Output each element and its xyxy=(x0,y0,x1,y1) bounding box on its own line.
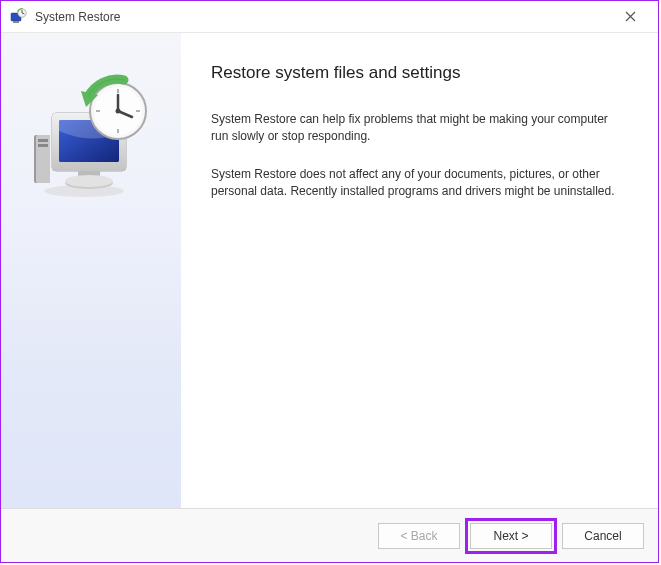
next-button[interactable]: Next > xyxy=(470,523,552,549)
svg-point-24 xyxy=(116,109,121,114)
description-para-2: System Restore does not affect any of yo… xyxy=(211,166,628,201)
window-title: System Restore xyxy=(35,10,610,24)
svg-rect-7 xyxy=(38,139,48,142)
close-button[interactable] xyxy=(610,2,650,32)
svg-rect-6 xyxy=(36,135,50,183)
cancel-button[interactable]: Cancel xyxy=(562,523,644,549)
page-heading: Restore system files and settings xyxy=(211,63,628,83)
wizard-content: Restore system files and settings System… xyxy=(181,33,658,508)
system-restore-window: System Restore xyxy=(0,0,659,563)
svg-rect-1 xyxy=(13,21,19,23)
wizard-sidebar xyxy=(1,33,181,508)
titlebar: System Restore xyxy=(1,1,658,33)
svg-rect-8 xyxy=(38,144,48,147)
back-button: < Back xyxy=(378,523,460,549)
wizard-body: Restore system files and settings System… xyxy=(1,33,658,508)
restore-monitor-icon xyxy=(26,73,156,203)
svg-point-15 xyxy=(65,175,113,187)
system-restore-icon xyxy=(9,8,27,26)
description-para-1: System Restore can help fix problems tha… xyxy=(211,111,628,146)
wizard-footer: < Back Next > Cancel xyxy=(1,508,658,562)
